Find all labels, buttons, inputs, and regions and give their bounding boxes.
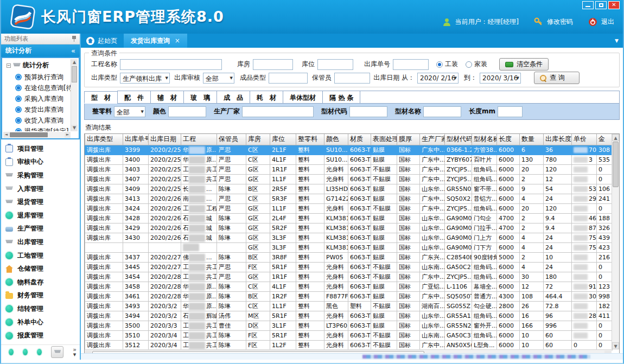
- change-password-link[interactable]: 修改密码: [547, 17, 573, 27]
- column-header-颜色[interactable]: 颜色: [324, 134, 348, 145]
- scroll-up-icon[interactable]: ▲: [71, 59, 78, 66]
- sidebar-item-补单中心[interactable]: 补单中心: [5, 316, 80, 329]
- column-header-数量[interactable]: 数量: [520, 134, 544, 145]
- tab-close-icon[interactable]: ×: [175, 37, 180, 44]
- green-dot-icon[interactable]: [23, 349, 28, 355]
- subtab-隔热条[interactable]: 隔 热 条: [322, 91, 360, 103]
- tree-item[interactable]: 收货入库查询: [3, 115, 71, 126]
- table-row[interactable]: 调拨出库34302020/2/26石城陈琳G区3L3F整料KLM38176063…: [85, 233, 613, 242]
- table-row[interactable]: 调拨出库34092020/2/25长...陈琳B区2R5F整料LI35HD606…: [85, 184, 613, 194]
- tree-item[interactable]: 退货查询[待定]: [3, 126, 71, 131]
- subtab-辅材[interactable]: 辅 材: [150, 91, 183, 103]
- table-row[interactable]: 调拨出库35102020/3/4工共工程陈琳F区5R1F整料光身料6063-T5…: [85, 330, 613, 340]
- close-button[interactable]: ✕: [608, 1, 620, 9]
- column-header-金[interactable]: 金: [597, 134, 613, 145]
- keeper-input[interactable]: [334, 73, 370, 84]
- sidebar-item-生产管理[interactable]: 生产管理: [5, 222, 80, 236]
- tab-home[interactable]: 起始页: [81, 34, 124, 48]
- column-header-整零料[interactable]: 整零料: [296, 134, 324, 145]
- whole-part-select[interactable]: 全部: [114, 106, 145, 117]
- manufacturer-input[interactable]: [242, 106, 314, 117]
- sidebar-item-仓储管理[interactable]: 仓储管理: [5, 262, 80, 276]
- sidebar-item-退货管理[interactable]: 退货管理: [5, 195, 80, 209]
- table-row[interactable]: 调拨出库34242020/2/26工工程严思G区1L1F整料光身料6063-T5…: [85, 203, 613, 213]
- column-header-单价[interactable]: 单价: [572, 134, 597, 145]
- grid-vertical-scrollbar[interactable]: ▲ ▼: [612, 134, 619, 349]
- table-row[interactable]: 调拨出库34932020/3/2华原...陈琳C区1L1F整料黑色塑料不贴膜国标…: [85, 301, 613, 311]
- column-header-表面处理[interactable]: 表面处理: [371, 134, 397, 145]
- sidebar-item-物料盘存[interactable]: 物料盘存: [5, 276, 80, 289]
- stats-section-header[interactable]: 统计分析 «: [1, 44, 80, 57]
- table-row[interactable]: 调拨出库33992020/2/25华原...严思C区2L1F整料SU10...6…: [85, 145, 613, 155]
- column-header-出库长度[interactable]: 出库长度: [544, 134, 572, 145]
- column-header-长度[interactable]: 长度: [497, 134, 520, 145]
- table-row[interactable]: 调拨出库34612020/2/28华原...陈琳B区1R2F整料F8877FT6…: [85, 291, 613, 301]
- radio-jiazhuang[interactable]: 家装: [466, 60, 487, 69]
- project-name-input[interactable]: [120, 59, 222, 70]
- radio-gongzhuang[interactable]: 工装: [436, 60, 458, 69]
- tree-item[interactable]: 在途信息查询[待: [3, 82, 71, 93]
- grid-vscroll-thumb[interactable]: [613, 142, 619, 187]
- profile-name-input[interactable]: [423, 106, 461, 117]
- table-row[interactable]: 调拨出库34132020/2/26南...严思C区5R3F整料G71422606…: [85, 194, 613, 203]
- table-row[interactable]: 调拨出库34542020/2/28工共工程严思G区1R1F整料光身料6063-T…: [85, 272, 613, 282]
- column-header-型材代码[interactable]: 型材代码: [445, 134, 472, 145]
- green-dot-icon[interactable]: [37, 349, 42, 355]
- cart-shortcut-button[interactable]: [51, 346, 63, 358]
- tree-item[interactable]: 预算执行查询: [3, 72, 71, 82]
- sidebar-item-结转管理[interactable]: 结转管理: [5, 302, 80, 316]
- tree-item[interactable]: 采购入库查询: [3, 93, 71, 104]
- sidebar-item-报废管理[interactable]: 报废管理: [5, 329, 80, 342]
- sidebar-item-项目管理[interactable]: 项目管理: [5, 142, 80, 156]
- column-header-出库类型[interactable]: 出库类型: [85, 134, 123, 145]
- profile-code-input[interactable]: [349, 106, 387, 117]
- subtab-型材[interactable]: 型 材: [84, 91, 117, 104]
- table-row[interactable]: G区3L3F整料KLM38176063-T5贴膜国标山东华...GA90M09.…: [85, 242, 613, 252]
- length-input[interactable]: [498, 106, 523, 117]
- column-header-保管员[interactable]: 保管员: [217, 134, 246, 145]
- table-row[interactable]: 调拨出库34002020/2/25华原...严思C区4L1F整料SU10...6…: [85, 155, 613, 164]
- clear-conditions-button[interactable]: 清空条件: [499, 58, 549, 71]
- maximize-button[interactable]: [595, 1, 607, 9]
- table-row[interactable]: 调拨出库35002020/3/3工共工程曹佳D区3L1F整料LT3P606063…: [85, 321, 613, 330]
- subtab-配件[interactable]: 配 件: [117, 91, 150, 103]
- table-row[interactable]: 调拨出库35122020/3/4工共工程陈琳F区1L2F整料光身料6063-T5…: [85, 340, 613, 350]
- subtab-成品[interactable]: 成 品: [217, 91, 250, 103]
- subtab-单体型材[interactable]: 单体型材: [283, 91, 322, 103]
- collapse-icon[interactable]: «: [71, 47, 75, 55]
- sidebar-item-审核中心[interactable]: 审核中心: [5, 156, 80, 169]
- location-input[interactable]: [317, 59, 353, 70]
- out-type-select[interactable]: 生产领料出库: [120, 73, 170, 84]
- table-row[interactable]: 调拨出库34072020/2/25工共工程严思G区1L1F整料光身料6063-T…: [85, 174, 613, 184]
- sidebar-item-采购管理[interactable]: 采购管理: [5, 169, 80, 182]
- column-header-出库单号[interactable]: 出库单号: [123, 134, 149, 145]
- scroll-down-icon[interactable]: ▼: [71, 125, 78, 131]
- table-row[interactable]: 调拨出库34292020/2/26石城陈琳G区5R2F整料KLM38176063…: [85, 223, 613, 233]
- table-row[interactable]: 调拨出库34582020/2/28华原...陈琳C区4L1F整料光身料6063-…: [85, 282, 613, 291]
- column-header-出库日期[interactable]: 出库日期: [149, 134, 181, 145]
- tree-vertical-scrollbar[interactable]: ▲ ▼: [71, 59, 78, 131]
- color-input[interactable]: [168, 106, 206, 117]
- tab-shipment-query[interactable]: 发货出库查询 ×: [124, 34, 187, 48]
- sidebar-item-退库管理[interactable]: 退库管理: [5, 209, 80, 222]
- overflow-chevron-icon[interactable]: »▾: [73, 347, 77, 357]
- grid-horizontal-scrollbar[interactable]: ◄ ►: [85, 349, 612, 353]
- scroll-down-icon[interactable]: ▼: [612, 342, 619, 349]
- column-header-膜厚[interactable]: 膜厚: [397, 134, 420, 145]
- green-dot-icon[interactable]: [9, 349, 14, 355]
- column-header-材质[interactable]: 材质: [348, 134, 371, 145]
- search-button[interactable]: 查 询: [534, 72, 580, 84]
- tree-vscroll-thumb[interactable]: [72, 66, 77, 82]
- column-header-生产厂家[interactable]: 生产厂家: [420, 134, 445, 145]
- column-header-工程[interactable]: 工程: [181, 134, 217, 145]
- subtab-玻璃[interactable]: 玻 璃: [183, 91, 217, 103]
- scroll-right-icon[interactable]: ►: [65, 132, 71, 138]
- column-header-型材名称[interactable]: 型材名称: [472, 134, 497, 145]
- out-audit-select[interactable]: 全部: [203, 73, 234, 84]
- subtab-耗材[interactable]: 耗 材: [250, 91, 283, 103]
- sidebar-item-财务管理[interactable]: 财务管理: [5, 289, 80, 303]
- sidebar-item-入库管理[interactable]: 入库管理: [5, 182, 80, 196]
- tree-root[interactable]: − 统计分析: [3, 59, 71, 72]
- out-no-input[interactable]: [393, 59, 429, 70]
- product-type-input[interactable]: [269, 73, 308, 84]
